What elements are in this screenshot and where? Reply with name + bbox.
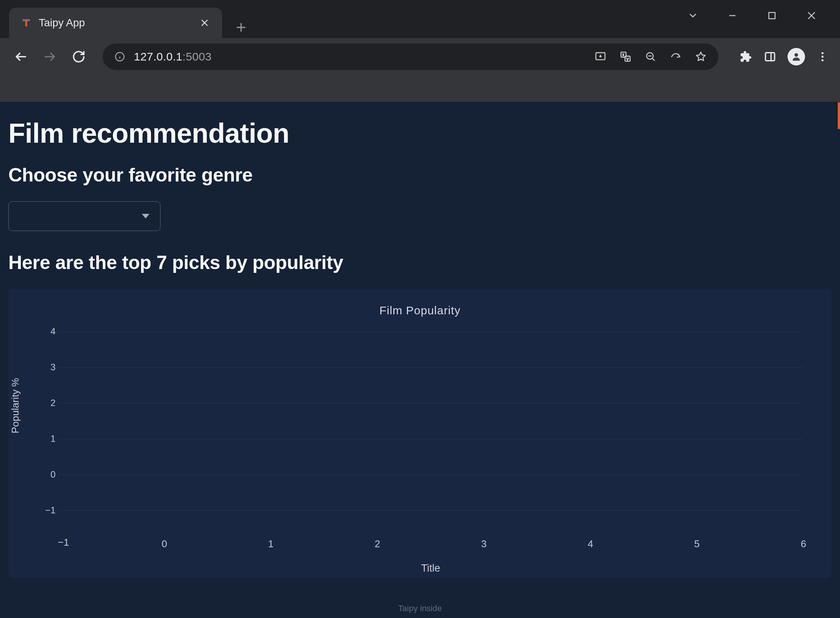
chart-x-tick: −1 bbox=[58, 537, 69, 548]
chart-gridline bbox=[58, 439, 803, 439]
svg-point-13 bbox=[821, 52, 823, 54]
chart-x-tick: 1 bbox=[268, 538, 273, 550]
chevron-down-icon bbox=[142, 214, 149, 218]
chart-x-tick: 5 bbox=[694, 538, 700, 550]
translate-icon[interactable] bbox=[619, 50, 632, 64]
chart-gridline bbox=[58, 403, 803, 403]
chart-x-tick: 0 bbox=[162, 538, 167, 550]
chart-x-tick: 6 bbox=[801, 538, 806, 550]
chart-x-tick: 2 bbox=[375, 538, 380, 550]
chart-y-tick: −1 bbox=[37, 505, 56, 516]
site-info-icon[interactable] bbox=[113, 50, 126, 63]
chart-y-tick: 4 bbox=[40, 326, 56, 337]
chart-gridline bbox=[58, 331, 803, 332]
chart-y-tick: 2 bbox=[40, 398, 56, 408]
tabs-dropdown-icon[interactable] bbox=[680, 7, 706, 24]
svg-rect-10 bbox=[765, 53, 775, 61]
address-bar[interactable]: 127.0.0.1:5003 bbox=[103, 43, 718, 70]
tab-title: Taipy App bbox=[39, 17, 192, 29]
install-app-icon[interactable] bbox=[594, 50, 607, 64]
genre-subtitle: Choose your favorite genre bbox=[8, 164, 832, 186]
taipy-favicon-icon bbox=[21, 17, 32, 29]
svg-rect-0 bbox=[769, 13, 775, 19]
extensions-icon[interactable] bbox=[739, 50, 753, 64]
chart-gridline bbox=[58, 510, 803, 511]
window-controls bbox=[680, 0, 840, 24]
browser-tab[interactable]: Taipy App bbox=[9, 8, 222, 38]
chart-card: Film Popularity Popularity % Title −1012… bbox=[8, 289, 832, 578]
svg-point-12 bbox=[794, 53, 798, 57]
svg-point-14 bbox=[821, 56, 823, 57]
browser-toolbar: 127.0.0.1:5003 bbox=[0, 38, 840, 75]
chart-x-tick: 3 bbox=[481, 538, 486, 550]
reload-button[interactable] bbox=[68, 46, 89, 67]
url-text: 127.0.0.1:5003 bbox=[134, 50, 211, 63]
footer-text: Taipy inside bbox=[398, 604, 442, 613]
browser-chrome: Taipy App bbox=[0, 0, 840, 102]
omnibox-actions bbox=[594, 50, 708, 64]
app-page: Film recommendation Choose your favorite… bbox=[0, 102, 840, 618]
chart-gridline bbox=[58, 367, 803, 368]
forward-button[interactable] bbox=[40, 46, 60, 67]
extension-actions bbox=[732, 48, 829, 65]
chart-y-tick: 0 bbox=[40, 469, 56, 480]
tab-strip: Taipy App bbox=[0, 0, 840, 38]
back-button[interactable] bbox=[11, 46, 31, 67]
url-port: :5003 bbox=[183, 50, 212, 63]
chart-y-tick: 1 bbox=[40, 433, 56, 444]
maximize-window-icon[interactable] bbox=[759, 7, 785, 24]
picks-heading: Here are the top 7 picks by popularity bbox=[8, 252, 832, 274]
svg-point-15 bbox=[821, 59, 823, 61]
chart-title: Film Popularity bbox=[24, 304, 816, 317]
url-host: 127.0.0.1 bbox=[134, 50, 183, 63]
toolbar-spacer bbox=[0, 75, 840, 102]
close-window-icon[interactable] bbox=[798, 7, 825, 24]
close-tab-icon[interactable] bbox=[198, 17, 211, 29]
chart-x-tick: 4 bbox=[588, 538, 593, 550]
kebab-menu-icon[interactable] bbox=[816, 50, 829, 64]
page-title: Film recommendation bbox=[8, 118, 832, 149]
side-panel-icon[interactable] bbox=[763, 50, 777, 64]
chart-gridline bbox=[58, 475, 803, 475]
genre-dropdown[interactable] bbox=[8, 201, 160, 231]
zoom-out-icon[interactable] bbox=[644, 50, 657, 64]
chart-plot-area[interactable]: Title −101234−10123456 bbox=[58, 331, 803, 533]
chart-xlabel: Title bbox=[421, 562, 440, 574]
chart-y-tick: 3 bbox=[40, 362, 56, 373]
profile-avatar-icon[interactable] bbox=[788, 48, 805, 65]
svg-line-8 bbox=[652, 58, 654, 61]
share-icon[interactable] bbox=[669, 50, 683, 64]
chart-ylabel: Popularity % bbox=[10, 378, 21, 433]
new-tab-button[interactable] bbox=[230, 17, 252, 38]
bookmark-star-icon[interactable] bbox=[694, 50, 708, 64]
minimize-window-icon[interactable] bbox=[719, 7, 746, 24]
